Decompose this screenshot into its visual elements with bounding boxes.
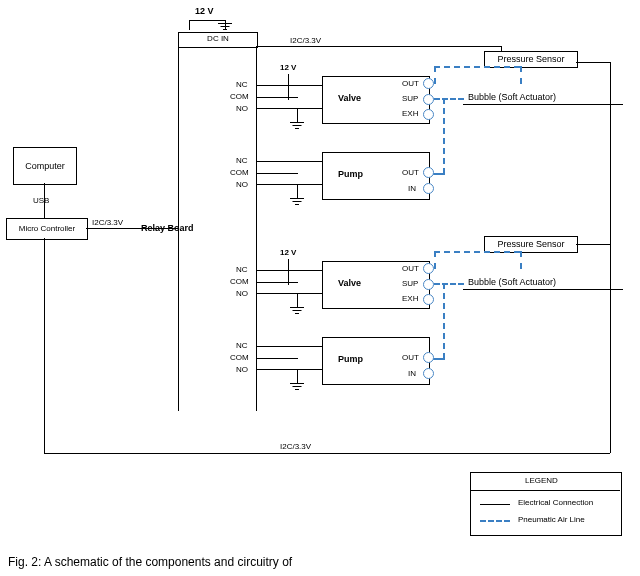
pump-in-2: IN <box>408 369 416 378</box>
pneumatic-line <box>520 251 522 269</box>
wire <box>256 173 298 174</box>
relay-no-3: NO <box>236 289 248 298</box>
wire <box>256 358 298 359</box>
relay-com-3: COM <box>230 277 249 286</box>
valve-sup-2: SUP <box>402 279 418 288</box>
legend-el-line <box>480 504 510 505</box>
wire <box>463 289 623 290</box>
relay-nc-2: NC <box>236 156 248 165</box>
legend-pn-line <box>480 520 510 522</box>
wire <box>576 62 610 63</box>
wire <box>256 369 322 370</box>
wire <box>297 184 298 198</box>
relay-com-2: COM <box>230 168 249 177</box>
pneumatic-line <box>434 251 520 253</box>
bubble-label-2: Bubble (Soft Actuator) <box>468 277 556 287</box>
legend-pn-label: Pneumatic Air Line <box>518 515 585 524</box>
valve-label-2: Valve <box>338 278 361 288</box>
bus-label-top: I2C/3.3V <box>290 36 321 45</box>
pneumatic-line <box>520 66 522 84</box>
relay-no-1: NO <box>236 104 248 113</box>
wire <box>189 20 225 21</box>
pump-label-1: Pump <box>338 169 363 179</box>
relay-nc-4: NC <box>236 341 248 350</box>
legend-title: LEGEND <box>525 476 558 485</box>
valve-sup-1: SUP <box>402 94 418 103</box>
micro-controller-box: Micro Controller <box>6 218 88 240</box>
pneumatic-line <box>443 283 445 359</box>
ground-icon <box>290 307 304 319</box>
pressure-sensor-label: Pressure Sensor <box>497 54 564 64</box>
wire <box>297 369 298 383</box>
wire <box>256 161 322 162</box>
wire <box>463 104 623 105</box>
pneumatic-line <box>434 98 464 100</box>
valve-out-1: OUT <box>402 79 419 88</box>
valve-exh-2: EXH <box>402 294 418 303</box>
wire <box>256 346 322 347</box>
computer-label: Computer <box>25 161 65 171</box>
relay-com-1: COM <box>230 92 249 101</box>
pneumatic-line <box>434 66 436 84</box>
wire <box>189 20 190 30</box>
wire <box>256 282 298 283</box>
dc-in-label: DC IN <box>207 34 229 43</box>
computer-box: Computer <box>13 147 77 185</box>
pneumatic-line <box>434 66 520 68</box>
valve-label-1: Valve <box>338 93 361 103</box>
ground-icon <box>290 383 304 395</box>
pneumatic-line <box>434 251 436 269</box>
pneumatic-line <box>434 283 464 285</box>
wire <box>297 293 298 307</box>
valve-out-2: OUT <box>402 264 419 273</box>
label-12v-m2: 12 V <box>280 248 296 257</box>
port <box>423 294 434 305</box>
port <box>423 183 434 194</box>
figure-caption: Fig. 2: A schematic of the components an… <box>8 555 292 569</box>
usb-label: USB <box>33 196 49 205</box>
wire <box>256 108 322 109</box>
ground-icon <box>290 198 304 210</box>
pressure-sensor-label-2: Pressure Sensor <box>497 239 564 249</box>
pump-in-1: IN <box>408 184 416 193</box>
relay-com-4: COM <box>230 353 249 362</box>
relay-nc-1: NC <box>236 80 248 89</box>
port <box>423 279 434 290</box>
wire <box>256 85 322 86</box>
legend-divider <box>470 490 620 491</box>
pump-out-1: OUT <box>402 168 419 177</box>
port <box>423 94 434 105</box>
port <box>423 167 434 178</box>
micro-label: Micro Controller <box>19 224 75 233</box>
port <box>423 368 434 379</box>
port <box>423 78 434 89</box>
port <box>423 109 434 120</box>
bus-label-bottom: I2C/3.3V <box>280 442 311 451</box>
wire <box>256 184 322 185</box>
legend-el-label: Electrical Connection <box>518 498 593 507</box>
pneumatic-line <box>443 98 445 174</box>
wire <box>256 270 322 271</box>
relay-board-label: Relay Board <box>141 223 194 233</box>
relay-nc-3: NC <box>236 265 248 274</box>
pneumatic-line <box>433 173 445 175</box>
bus-label-mid: I2C/3.3V <box>92 218 123 227</box>
wire <box>44 238 45 453</box>
port <box>423 263 434 274</box>
valve-exh-1: EXH <box>402 109 418 118</box>
relay-board-column-right <box>256 46 257 411</box>
bubble-label-1: Bubble (Soft Actuator) <box>468 92 556 102</box>
dc-in-box: DC IN <box>178 32 258 48</box>
wire-bus-top <box>256 46 501 47</box>
wire-bus-bottom <box>44 453 610 454</box>
wire <box>256 293 322 294</box>
relay-no-4: NO <box>236 365 248 374</box>
wire <box>297 108 298 122</box>
wire <box>610 62 611 453</box>
wire <box>256 97 298 98</box>
port <box>423 352 434 363</box>
label-12v-m1: 12 V <box>280 63 296 72</box>
pump-out-2: OUT <box>402 353 419 362</box>
label-12v-top: 12 V <box>195 6 214 16</box>
relay-no-2: NO <box>236 180 248 189</box>
